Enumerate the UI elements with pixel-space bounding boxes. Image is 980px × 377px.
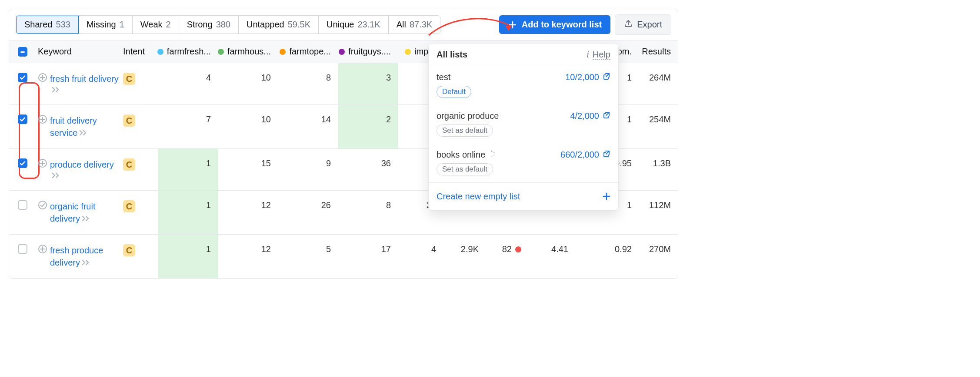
competitor-position: 10 (218, 114, 278, 125)
tab-label: Unique (327, 20, 354, 30)
list-item[interactable]: organic produce4/2,000Set as default (429, 105, 618, 144)
results-cell: 112M (634, 200, 678, 210)
competitor-position: 10 (218, 73, 278, 83)
plus-circle-icon[interactable] (38, 158, 47, 168)
column-competitor-3[interactable]: farmtope... (278, 47, 338, 57)
chevrons-icon[interactable] (52, 85, 60, 94)
competitor-position: 4 (158, 73, 218, 83)
tab-shared[interactable]: Shared533 (16, 15, 79, 34)
dropdown-title: All lists (437, 50, 467, 60)
keyword-link[interactable]: fruit delivery service (50, 116, 97, 138)
row-checkbox[interactable] (18, 73, 27, 82)
list-name: books online (437, 150, 496, 160)
tab-all[interactable]: All87.3K (389, 16, 440, 34)
intent-badge: C (123, 114, 135, 127)
competitor-position: 1 (158, 158, 218, 168)
export-label: Export (637, 20, 662, 30)
chevrons-icon[interactable] (79, 128, 88, 138)
highlight-cell (158, 191, 218, 234)
tab-label: All (397, 20, 406, 30)
tab-unique[interactable]: Unique23.1K (319, 16, 389, 34)
external-link-icon (603, 150, 610, 160)
info-icon: i (587, 50, 589, 59)
column-competitor-2[interactable]: farmhous... (218, 47, 278, 57)
external-link-icon (603, 72, 610, 82)
keyword-link[interactable]: fresh produce delivery (50, 246, 103, 267)
list-item[interactable]: test10/2,000Default (429, 66, 618, 105)
results-cell: 270M (634, 244, 678, 254)
tab-count: 23.1K (357, 20, 380, 30)
competitor-position: 12 (218, 244, 278, 254)
create-list-plus-button[interactable] (603, 190, 610, 203)
add-to-keyword-list-label: Add to keyword list (522, 20, 602, 30)
create-new-list-link[interactable]: Create new empty list (437, 192, 520, 202)
tab-missing[interactable]: Missing1 (79, 16, 133, 34)
tab-label: Strong (187, 20, 213, 30)
chevrons-icon[interactable] (52, 171, 60, 180)
dot-icon (157, 49, 163, 55)
row-checkbox[interactable] (18, 244, 27, 254)
list-count-link[interactable]: 4/2,000 (570, 111, 610, 121)
svg-point-6 (491, 150, 492, 151)
keyword-link[interactable]: produce delivery (50, 160, 114, 169)
list-name: test (437, 72, 450, 82)
list-item[interactable]: books online 660/2,000Set as default (429, 144, 618, 182)
tab-label: Weak (140, 20, 163, 30)
column-results[interactable]: Results (634, 47, 678, 57)
competitor-position: 4 (398, 244, 439, 254)
list-name: organic produce (437, 111, 499, 121)
chevrons-icon[interactable] (82, 214, 90, 223)
column-keyword[interactable]: Keyword (36, 47, 123, 57)
export-button[interactable]: Export (615, 14, 671, 35)
svg-point-8 (493, 154, 494, 155)
competitor-position: 12 (218, 200, 278, 210)
table-row: fresh produce deliveryC11251742.9K824.41… (9, 235, 678, 278)
svg-rect-0 (20, 51, 25, 53)
chevrons-icon[interactable] (82, 258, 90, 267)
tab-weak[interactable]: Weak2 (133, 16, 179, 34)
plus-circle-icon[interactable] (38, 244, 47, 254)
competitor-position: 1 (158, 200, 218, 210)
tab-label: Shared (24, 20, 53, 30)
upload-icon (624, 19, 633, 30)
results-cell: 1.3B (634, 158, 678, 168)
check-circle-icon[interactable] (38, 200, 47, 210)
plus-circle-icon[interactable] (38, 73, 47, 82)
tab-strong[interactable]: Strong380 (179, 16, 239, 34)
tab-count: 59.5K (288, 20, 310, 30)
tab-label: Missing (87, 20, 116, 30)
add-to-keyword-list-button[interactable]: Add to keyword list (499, 15, 610, 34)
svg-point-7 (493, 151, 494, 153)
tab-count: 2 (166, 20, 171, 30)
tab-label: Untapped (247, 20, 284, 30)
list-count-link[interactable]: 660/2,000 (560, 150, 610, 160)
tab-count: 87.3K (410, 20, 432, 30)
dot-icon (339, 49, 345, 55)
competitor-position: 1 (158, 244, 218, 254)
column-competitor-1[interactable]: farmfresh... (158, 47, 218, 57)
set-default-button[interactable]: Set as default (437, 125, 493, 137)
set-default-button[interactable]: Set as default (437, 163, 493, 175)
dot-icon (280, 49, 286, 55)
highlight-cell (158, 149, 218, 190)
plus-circle-icon[interactable] (38, 114, 47, 124)
keyword-link[interactable]: fresh fruit delivery (50, 74, 119, 84)
svg-point-9 (491, 155, 492, 157)
row-checkbox[interactable] (18, 158, 27, 168)
tab-untapped[interactable]: Untapped59.5K (239, 16, 319, 34)
competitor-position: 2 (338, 114, 398, 125)
select-all-checkbox[interactable] (18, 47, 27, 57)
intent-badge: C (123, 200, 135, 212)
column-competitor-4[interactable]: fruitguys.... (338, 47, 398, 57)
dot-icon (405, 49, 411, 55)
help-link[interactable]: iHelp (587, 50, 610, 60)
list-count-link[interactable]: 10/2,000 (565, 72, 610, 82)
volume-cell: 2.9K (439, 244, 481, 254)
kd-cell: 82 (481, 244, 524, 254)
row-checkbox[interactable] (18, 200, 27, 210)
competitor-position: 5 (278, 244, 338, 254)
column-intent[interactable]: Intent (123, 47, 158, 57)
row-checkbox[interactable] (18, 114, 27, 124)
competitor-position: 17 (338, 244, 398, 254)
highlight-cell (338, 105, 398, 148)
